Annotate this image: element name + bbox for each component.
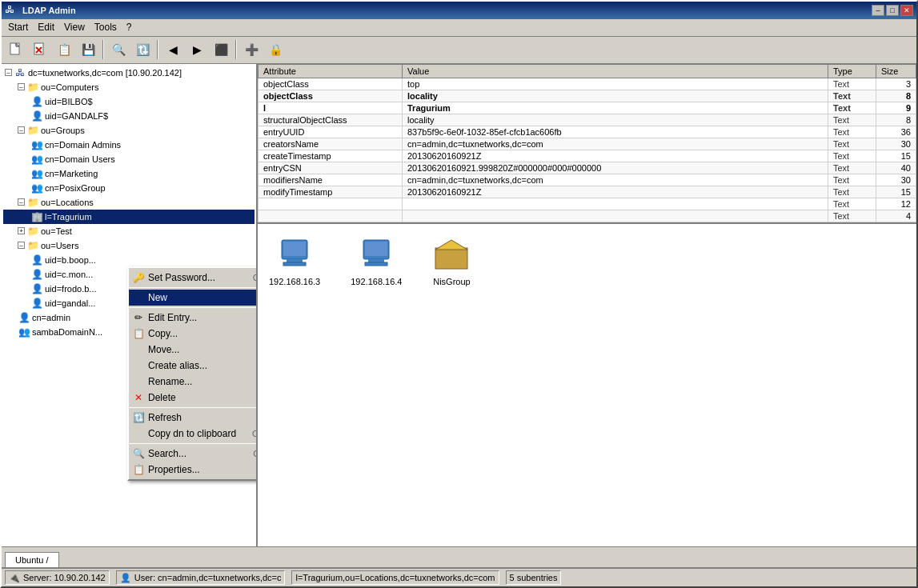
ctx-copy-dn[interactable]: Copy dn to clipboard Ctrl+N [129,426,258,442]
ctx-edit-entry[interactable]: ✏ Edit Entry... [129,310,258,326]
user-icon-boop: 👤 [30,254,43,266]
tree-label-root: dc=tuxnetworks,dc=com [10.90.20.142] [28,68,182,78]
ctx-sep1 [129,307,258,308]
attr-row-1[interactable]: objectClass locality Text 8 [259,90,916,102]
toolbar-forward[interactable]: ▶ [186,38,208,61]
attr-row-11[interactable]: Text 4 [259,210,916,222]
attr-name-0: objectClass [259,78,403,90]
attr-value-11 [403,210,828,222]
ctx-set-password[interactable]: 🔑 Set Password... Ctrl+P [129,270,258,286]
attr-name-11 [259,210,403,222]
attr-row-6[interactable]: createTimestamp 20130620160921Z Text 15 [259,150,916,162]
create-alias-icon [132,359,145,372]
tree-item-groups[interactable]: – 📁 ou=Groups [3,123,255,138]
toolbar-refresh[interactable]: 🔃 [131,38,154,61]
toolbar-back[interactable]: ◀ [162,38,184,61]
tree-label-marketing: cn=Marketing [45,169,98,178]
attr-size-1: 8 [876,90,916,102]
tree-toggle-computers[interactable]: – [18,83,25,90]
tree-toggle-users[interactable]: – [18,242,25,249]
attr-row-5[interactable]: creatorsName cn=admin,dc=tuxnetworks,dc=… [259,138,916,150]
ctx-refresh[interactable]: 🔃 Refresh F5 [129,410,258,426]
tree-label-locations: ou=Locations [41,198,94,207]
tree-toggle-test[interactable]: + [18,227,25,234]
tree-item-locations[interactable]: – 📁 ou=Locations [3,195,255,210]
maximize-button[interactable]: □ [886,5,899,16]
attr-row-7[interactable]: entryCSN 20130620160921.999820Z#000000#0… [259,162,916,174]
tree-item-root[interactable]: – 🖧 dc=tuxnetworks,dc=com [10.90.20.142] [3,66,255,80]
ctx-delete[interactable]: ✕ Delete Del [129,390,258,406]
ctx-search-shortcut: Ctrl+F [237,449,258,458]
tree-item-users[interactable]: – 📁 ou=Users [3,238,255,253]
attr-type-7: Text [828,162,876,174]
tree-item-test[interactable]: + 📁 ou=Test [3,224,255,238]
tree-toggle-groups[interactable]: – [18,126,25,134]
toolbar-delete[interactable] [29,38,51,61]
ctx-rename[interactable]: Rename... F2 [129,374,258,390]
ctx-copy-label: Copy... [148,328,178,339]
attr-type-4: Text [828,126,876,138]
menu-edit[interactable]: Edit [33,20,59,34]
menu-help[interactable]: ? [122,20,137,34]
tree-item-gandalf[interactable]: 👤 uid=GANDALF$ [3,109,255,123]
tree-toggle-root[interactable]: – [5,69,12,76]
toolbar-lock[interactable]: 🔒 [264,38,287,61]
tree-item-posixgroup[interactable]: 👥 cn=PosixGroup [3,181,255,195]
attr-row-9[interactable]: modifyTimestamp 20130620160921Z Text 15 [259,186,916,198]
tree-item-computers[interactable]: – 📁 ou=Computers [3,80,255,94]
host1-label: 192.168.16.3 [269,277,320,286]
attr-row-0[interactable]: objectClass top Text 3 [259,78,916,90]
toolbar-add[interactable]: ➕ [240,38,263,61]
toolbar-sep1 [102,40,104,59]
ctx-new[interactable]: New ▶ 📄 Entry... 👤 User... Ctrl+U [129,290,258,306]
ctx-properties-label: Properties... [148,464,200,475]
attr-table-container[interactable]: Attribute Value Type Size objectClass to… [258,64,916,222]
minimize-button[interactable]: – [872,5,884,16]
svg-rect-8 [283,242,306,256]
refresh-icon: 🔃 [132,411,145,424]
attr-row-2[interactable]: l Tragurium Text 9 [259,102,916,114]
ctx-move[interactable]: Move... [129,342,258,358]
tree-item-tragurium[interactable]: 🏢 l=Tragurium [3,210,255,224]
status-entries: 5 subentries [506,570,562,585]
properties-icon: 📋 [132,463,145,476]
menu-start[interactable]: Start [3,20,33,34]
attr-value-7: 20130620160921.999820Z#000000#000#000000 [403,162,828,174]
user-icon-gandal2: 👤 [30,298,43,309]
icon-item-nisgroup[interactable]: NisGroup [429,232,474,290]
icon-item-host2[interactable]: 192.168.16.4 [347,232,405,290]
user-icon-small: 👤 [120,573,131,583]
ctx-search[interactable]: 🔍 Search... Ctrl+F [129,446,258,462]
attr-type-0: Text [828,78,876,90]
attr-row-10[interactable]: Text 12 [259,198,916,210]
toolbar-stop[interactable]: ⬛ [210,38,232,61]
ctx-search-label: Search... [148,448,186,459]
tree-item-bilbo[interactable]: 👤 uid=BILBO$ [3,94,255,109]
attr-row-3[interactable]: structuralObjectClass locality Text 8 [259,114,916,126]
tree-item-boop[interactable]: 👤 uid=b.boop... [3,253,255,267]
tree-item-domainusers[interactable]: 👥 cn=Domain Users [3,152,255,166]
attr-row-4[interactable]: entryUUID 837b5f9c-6e0f-1032-85ef-cfcb1a… [259,126,916,138]
ctx-properties[interactable]: 📋 Properties... [129,462,258,478]
ctx-copy[interactable]: 📋 Copy... [129,326,258,342]
toolbar: 📋 💾 🔍 🔃 ◀ ▶ ⬛ ➕ 🔒 [2,37,916,64]
tree-item-domainadmins[interactable]: 👥 cn=Domain Admins [3,138,255,152]
ctx-create-alias[interactable]: Create alias... [129,358,258,374]
icon-item-host1[interactable]: 192.168.16.3 [266,232,323,290]
toolbar-copy[interactable]: 📋 [53,38,75,61]
menu-view[interactable]: View [59,20,90,34]
tab-ubuntu[interactable]: Ubuntu / [5,552,59,567]
attr-table: Attribute Value Type Size objectClass to… [258,64,916,222]
tree-label-domainadmins: cn=Domain Admins [45,140,121,150]
attr-row-8[interactable]: modifiersName cn=admin,dc=tuxnetworks,dc… [259,174,916,186]
close-button[interactable]: ✕ [900,5,913,16]
toolbar-new[interactable] [5,38,27,61]
menu-tools[interactable]: Tools [90,20,122,34]
toolbar-save[interactable]: 💾 [77,38,99,61]
ctx-delete-label: Delete [148,392,176,403]
tree-toggle-locations[interactable]: – [18,198,25,206]
attr-size-4: 36 [876,126,916,138]
toolbar-search[interactable]: 🔍 [107,38,130,61]
svg-rect-9 [287,259,303,262]
tree-item-marketing[interactable]: 👥 cn=Marketing [3,166,255,181]
